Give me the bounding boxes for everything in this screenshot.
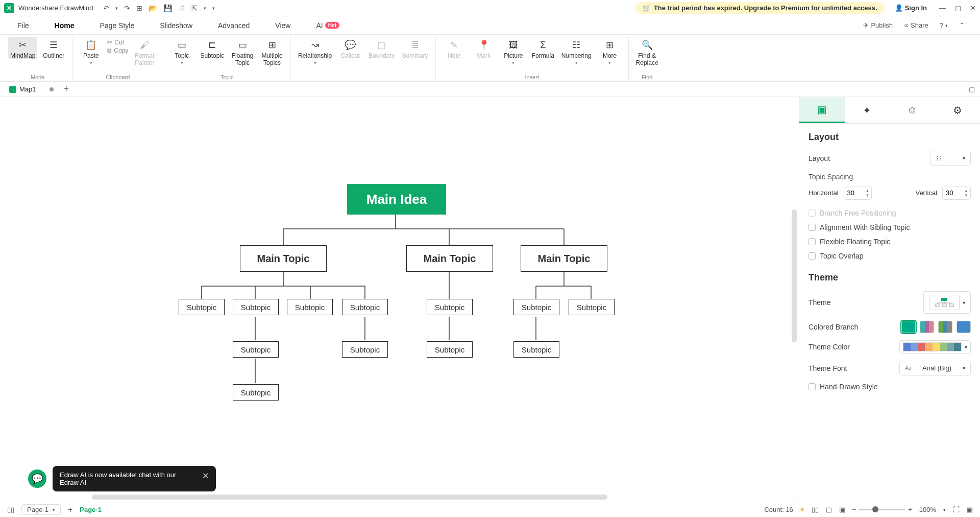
panel-tab-icon[interactable]: ☺ xyxy=(890,97,935,123)
undo-icon[interactable]: ↶ xyxy=(103,4,109,12)
panel-toggle-button[interactable]: ▢ xyxy=(969,85,975,93)
summary-button[interactable]: ≣ Summary xyxy=(400,37,430,59)
export-icon[interactable]: ⇱ xyxy=(191,4,198,12)
vertical-scrollbar[interactable] xyxy=(792,209,797,342)
open-icon[interactable]: 📂 xyxy=(149,4,157,12)
more-dropdown-icon[interactable]: ▾ xyxy=(608,60,611,65)
cut-button[interactable]: ✂ Cut xyxy=(107,39,124,46)
horizontal-spin[interactable]: ▲▼ xyxy=(844,186,872,200)
outliner-mode-button[interactable]: ☰ Outliner xyxy=(40,37,67,59)
tab-advanced[interactable]: Advanced xyxy=(216,18,252,33)
view-mode-2-icon[interactable]: ▢ xyxy=(826,506,832,513)
picture-dropdown-icon[interactable]: ▾ xyxy=(512,60,514,65)
subtopic-button[interactable]: ⊏ Subtopic xyxy=(198,37,226,59)
node-subtopic[interactable]: Subtopic xyxy=(513,341,559,358)
tab-page-style[interactable]: Page Style xyxy=(97,18,136,33)
branch-swatch-3[interactable] xyxy=(938,321,952,333)
copy-button[interactable]: ⧉ Copy xyxy=(107,47,128,54)
note-button[interactable]: ✎ Note xyxy=(441,37,468,59)
zoom-slider[interactable]: − + xyxy=(852,506,912,513)
canvas[interactable]: Main Idea Main Topic Main Topic Main Top… xyxy=(0,97,799,502)
flex-floating-checkbox[interactable] xyxy=(808,238,816,245)
paste-button[interactable]: 📋 Paste ▾ xyxy=(78,37,104,65)
node-subtopic[interactable]: Subtopic xyxy=(233,384,279,401)
node-subtopic[interactable]: Subtopic xyxy=(427,341,473,358)
fullscreen-icon[interactable]: ⛶ xyxy=(953,506,960,513)
node-subtopic[interactable]: Subtopic xyxy=(179,299,225,315)
zoom-in-icon[interactable]: + xyxy=(908,506,912,513)
callout-button[interactable]: 💬 Callout xyxy=(337,37,363,59)
node-subtopic[interactable]: Subtopic xyxy=(513,299,559,315)
panel-tab-layout[interactable]: ▣ xyxy=(799,97,845,123)
spin-down-icon[interactable]: ▼ xyxy=(866,193,870,198)
view-mode-1-icon[interactable]: ▯▯ xyxy=(812,506,819,513)
find-replace-button[interactable]: 🔍 Find & Replace xyxy=(634,37,660,66)
spin-up-icon[interactable]: ▲ xyxy=(866,189,870,193)
ai-avatar-icon[interactable]: 💬 xyxy=(28,469,46,488)
vertical-input[interactable] xyxy=(943,186,964,199)
branch-swatch-4[interactable] xyxy=(957,321,971,333)
panel-tab-style[interactable]: ✦ xyxy=(845,97,890,123)
branch-swatch-1[interactable] xyxy=(901,321,916,333)
undo-dropdown-icon[interactable]: ▾ xyxy=(115,6,118,11)
topic-overlap-checkbox[interactable] xyxy=(808,252,816,260)
vertical-spin[interactable]: ▲▼ xyxy=(942,186,971,200)
branch-swatch-2[interactable] xyxy=(920,321,934,333)
help-button[interactable]: ? ▾ xyxy=(940,21,948,29)
minimize-icon[interactable]: — xyxy=(939,4,946,12)
node-main-topic-1[interactable]: Main Topic xyxy=(240,245,327,272)
spin-up-icon[interactable]: ▲ xyxy=(964,189,968,193)
theme-font-select[interactable]: Aa Arial (Big) ▾ xyxy=(899,361,971,375)
node-subtopic[interactable]: Subtopic xyxy=(427,299,473,315)
trial-banner[interactable]: 🛒 The trial period has expired. Upgrade … xyxy=(635,2,885,14)
numbering-dropdown-icon[interactable]: ▾ xyxy=(575,60,578,65)
save-icon[interactable]: 💾 xyxy=(163,4,172,12)
heart-icon[interactable]: ♥ xyxy=(800,506,804,513)
export-dropdown-icon[interactable]: ▾ xyxy=(204,6,206,11)
share-button[interactable]: ∝ Share xyxy=(904,21,928,29)
theme-select[interactable]: ▾ xyxy=(923,291,971,314)
outline-toggle-icon[interactable]: ▯▯ xyxy=(7,506,14,513)
relationship-dropdown-icon[interactable]: ▾ xyxy=(314,60,316,65)
tab-home[interactable]: Home xyxy=(53,18,77,33)
hand-drawn-checkbox[interactable] xyxy=(808,383,816,390)
node-subtopic[interactable]: Subtopic xyxy=(569,299,615,315)
topic-button[interactable]: ▭ Topic ▾ xyxy=(168,37,195,65)
align-sibling-checkbox[interactable] xyxy=(808,224,816,231)
page-active[interactable]: Page-1 xyxy=(80,506,102,513)
zoom-value[interactable]: 100% xyxy=(919,506,936,513)
node-subtopic[interactable]: Subtopic xyxy=(342,341,388,358)
horizontal-scrollbar[interactable] xyxy=(92,495,607,500)
close-icon[interactable]: ✕ xyxy=(970,4,976,12)
page-selector[interactable]: Page-1 ▾ xyxy=(21,504,61,515)
node-main-topic-3[interactable]: Main Topic xyxy=(521,245,607,272)
slider-thumb[interactable] xyxy=(872,506,878,512)
document-tab-map1[interactable]: Map1 xyxy=(5,83,58,95)
spin-down-icon[interactable]: ▼ xyxy=(964,193,968,198)
node-subtopic[interactable]: Subtopic xyxy=(287,299,333,315)
add-page-button[interactable]: + xyxy=(68,505,72,514)
paste-dropdown-icon[interactable]: ▾ xyxy=(90,60,92,65)
format-painter-button[interactable]: 🖌 Format Painter xyxy=(131,37,158,66)
tab-ai[interactable]: AI Hot xyxy=(314,18,341,33)
relationship-button[interactable]: ↝ Relationship ▾ xyxy=(296,37,334,65)
panel-tab-settings[interactable]: ⚙ xyxy=(935,97,981,123)
mark-button[interactable]: 📍 Mark xyxy=(471,37,497,59)
slider-track[interactable] xyxy=(859,509,905,510)
floating-topic-button[interactable]: ▭ Floating Topic xyxy=(229,37,256,66)
ai-close-icon[interactable]: ✕ xyxy=(202,471,209,481)
add-tab-button[interactable]: + xyxy=(64,84,69,95)
mindmap-mode-button[interactable]: ✂ MindMap xyxy=(8,37,37,59)
node-subtopic[interactable]: Subtopic xyxy=(342,299,388,315)
more-button[interactable]: ⊞ More ▾ xyxy=(597,37,623,65)
publish-button[interactable]: ✈ Publish xyxy=(863,21,893,29)
node-main-topic-2[interactable]: Main Topic xyxy=(406,245,493,272)
collapse-ribbon-button[interactable]: ⌃ xyxy=(959,21,965,29)
node-subtopic[interactable]: Subtopic xyxy=(233,299,279,315)
topic-dropdown-icon[interactable]: ▾ xyxy=(181,60,183,65)
formula-button[interactable]: Σ Formula xyxy=(530,37,556,59)
theme-color-select[interactable]: ▾ xyxy=(899,340,971,354)
multiple-topics-button[interactable]: ⊞ Multiple Topics xyxy=(259,37,285,66)
horizontal-input[interactable] xyxy=(844,186,866,199)
layout-select[interactable]: ⫶⫶ ▾ xyxy=(930,151,971,166)
